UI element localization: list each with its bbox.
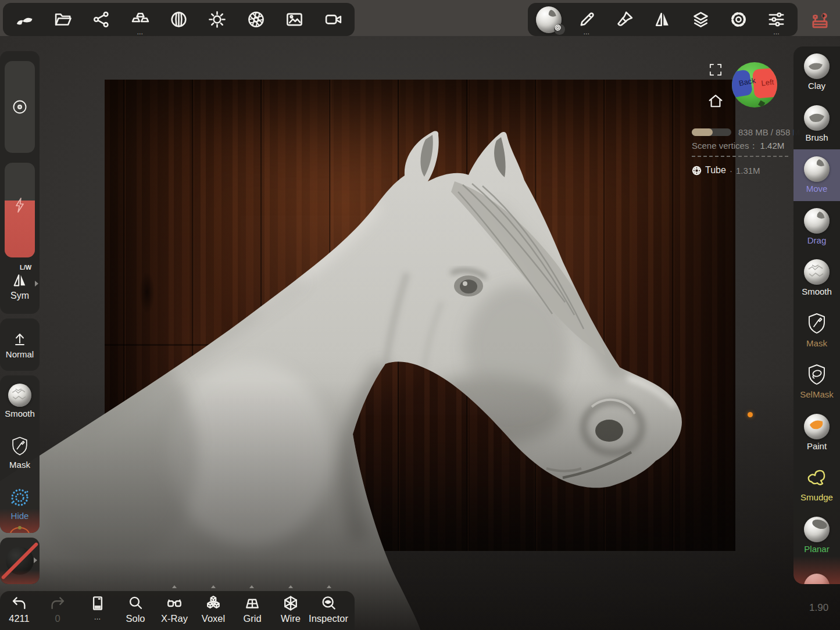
panel-handle-inspector[interactable]	[327, 585, 331, 588]
top-left-toolbar: …	[3, 3, 355, 36]
smooth-sphere-icon	[804, 259, 830, 285]
debug-toolbox-button[interactable]	[807, 5, 832, 35]
stroke-settings-more: …	[574, 30, 599, 34]
panel-handle-wire[interactable]	[288, 585, 293, 588]
fullscreen-icon[interactable]	[708, 62, 723, 77]
home-view-icon[interactable]	[707, 92, 724, 110]
brush-sphere-icon	[804, 105, 830, 131]
drag-sphere-icon	[804, 208, 830, 234]
tool-planar[interactable]: Planar	[793, 510, 840, 561]
bottom-toolbar: 4211 0 … Solo X-Ray Voxel	[0, 591, 355, 630]
sym-mode-label[interactable]: L/W	[20, 264, 31, 271]
planar-sphere-icon	[804, 517, 830, 542]
tool-label: Move	[806, 184, 828, 194]
layers-button[interactable]	[688, 5, 713, 35]
files-button[interactable]	[50, 5, 76, 35]
memory-bar-fill	[692, 128, 713, 136]
panel-handle-xray[interactable]	[172, 585, 177, 588]
tool-next-partial[interactable]	[793, 561, 840, 584]
tool-label: Planar	[804, 544, 829, 554]
quick-tools-panel: Smooth Mask Hide	[0, 375, 40, 533]
wood-seam	[192, 80, 194, 551]
undo-count: 4211	[9, 613, 29, 624]
xray-label: X-Ray	[161, 613, 188, 624]
scene-vertices-value: 1.42M	[760, 141, 785, 151]
paint-settings-button[interactable]	[612, 5, 638, 35]
wood-seam	[466, 80, 469, 551]
intensity-slider[interactable]	[5, 163, 35, 257]
wood-seam-horizontal	[105, 344, 270, 346]
lightning-icon	[12, 197, 27, 214]
grid-label: Grid	[243, 613, 261, 624]
voxel-button[interactable]: Voxel	[194, 595, 233, 624]
wire-button[interactable]: Wire	[271, 595, 310, 624]
tool-clay[interactable]: Clay	[793, 46, 840, 98]
wood-seam	[535, 80, 537, 551]
sculpt-viewport[interactable]	[0, 36, 840, 630]
wood-backdrop	[105, 80, 735, 551]
panel-handle-grid[interactable]	[249, 585, 254, 588]
quick-smooth[interactable]: Smooth	[0, 375, 40, 427]
radius-dot-icon	[11, 98, 28, 116]
quick-tool-label: Smooth	[5, 409, 35, 418]
quick-mask[interactable]: Mask	[0, 427, 40, 478]
xray-button[interactable]: X-Ray	[155, 595, 194, 624]
stroke-direction-panel[interactable]: Normal	[0, 318, 40, 371]
arrow-up-icon	[11, 330, 28, 348]
tool-smooth[interactable]: Smooth	[793, 252, 840, 304]
materials-button[interactable]: …	[127, 5, 153, 35]
sym-expand-arrow[interactable]	[35, 281, 38, 287]
symmetry-button[interactable]	[650, 5, 675, 35]
video-recorder-button[interactable]	[320, 5, 346, 35]
wood-seam	[398, 80, 400, 551]
settings-button[interactable]	[726, 5, 752, 35]
tool-mask[interactable]: Mask	[793, 304, 840, 356]
background-image-button[interactable]	[282, 5, 308, 35]
tool-move-selected[interactable]: Move	[793, 149, 840, 201]
memory-text: 838 MB / 858 M	[738, 127, 800, 137]
material-none-panel[interactable]	[0, 538, 40, 584]
grid-button[interactable]: Grid	[233, 595, 271, 624]
stroke-anchor-dot	[748, 412, 753, 417]
panel-handle-voxel[interactable]	[211, 585, 216, 588]
status-divider	[692, 156, 788, 157]
wire-sphere-icon	[692, 166, 702, 176]
stroke-settings-button[interactable]: …	[574, 5, 599, 35]
quick-hide[interactable]: Hide	[0, 478, 40, 529]
mask-shield-icon	[804, 311, 830, 337]
redo-button[interactable]: 0	[38, 595, 77, 624]
tool-selmask[interactable]: SelMask	[793, 355, 840, 407]
undo-button[interactable]: 4211	[0, 595, 38, 624]
materials-more: …	[127, 30, 153, 34]
move-sphere-icon	[804, 156, 830, 182]
tool-paint[interactable]: Paint	[793, 407, 840, 459]
sym-label[interactable]: Sym	[0, 291, 40, 301]
orientation-gizmo[interactable]: Back Left	[731, 62, 778, 108]
symmetry-toggle-icon[interactable]	[10, 271, 29, 289]
inspector-label: Inspector	[309, 613, 348, 624]
scene-vertices-label: Scene vertices：	[692, 141, 757, 151]
matcap-button[interactable]	[166, 5, 192, 35]
inspector-button[interactable]: Inspector	[309, 595, 348, 624]
material-preview-button[interactable]	[536, 5, 562, 35]
tool-smudge[interactable]: Smudge	[793, 458, 840, 510]
postprocess-button[interactable]	[243, 5, 269, 35]
material-expand-arrow[interactable]	[34, 557, 37, 563]
tool-label: Mask	[806, 338, 827, 348]
wood-seam	[603, 80, 606, 551]
tool-drag[interactable]: Drag	[793, 201, 840, 253]
lighting-button[interactable]	[205, 5, 230, 35]
tool-label: SelMask	[800, 389, 834, 399]
history-button[interactable]: …	[78, 595, 117, 621]
solo-button[interactable]: Solo	[116, 595, 155, 624]
radius-slider[interactable]	[5, 61, 35, 153]
quick-tool-label: Hide	[11, 511, 29, 521]
app-logo[interactable]	[12, 5, 37, 35]
object-row[interactable]: Tube · 1.31M	[692, 165, 760, 176]
tool-brush[interactable]: Brush	[793, 98, 840, 150]
tool-label: Clay	[808, 81, 825, 91]
scene-graph-button[interactable]	[89, 5, 115, 35]
adjust-sliders-button[interactable]: …	[764, 5, 789, 35]
quick-tool-label: Mask	[9, 460, 30, 470]
voxel-label: Voxel	[202, 613, 225, 624]
